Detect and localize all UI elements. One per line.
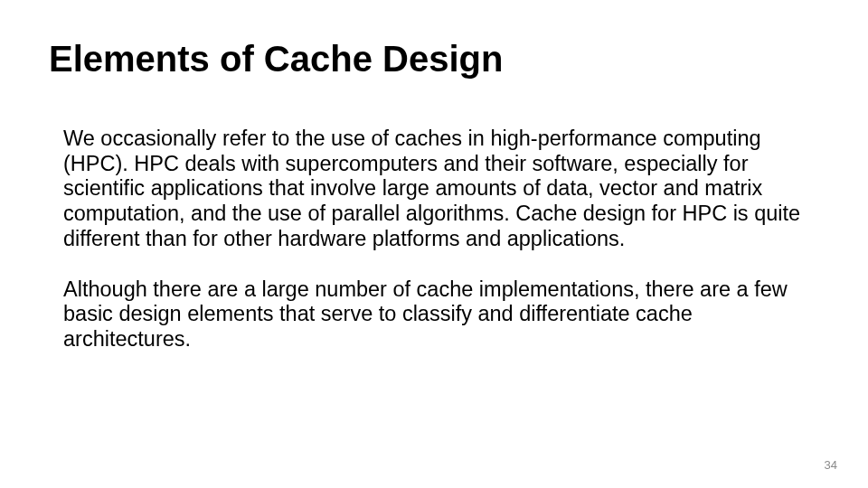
body-paragraph-2: Although there are a large number of cac…	[63, 277, 805, 352]
body-paragraph-1: We occasionally refer to the use of cach…	[63, 127, 805, 252]
slide: Elements of Cache Design We occasionally…	[0, 0, 868, 488]
slide-title: Elements of Cache Design	[49, 40, 503, 78]
slide-body: We occasionally refer to the use of cach…	[63, 127, 805, 378]
page-number: 34	[825, 458, 837, 472]
